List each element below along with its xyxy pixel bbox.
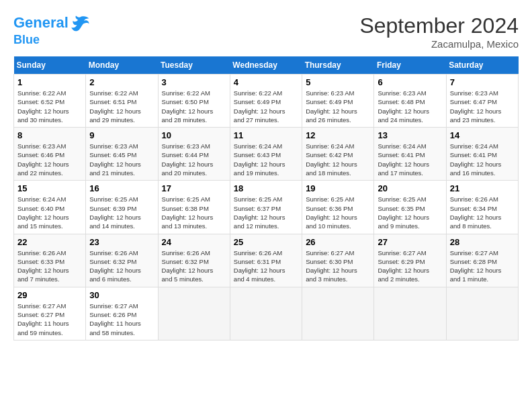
day-number: 12	[306, 130, 370, 140]
day-info: Sunrise: 6:27 AM Sunset: 6:27 PM Dayligh…	[17, 302, 82, 337]
day-cell: 18Sunrise: 6:25 AM Sunset: 6:37 PM Dayli…	[230, 181, 302, 234]
day-number: 20	[378, 183, 442, 193]
day-info: Sunrise: 6:24 AM Sunset: 6:41 PM Dayligh…	[450, 142, 515, 177]
col-header-monday: Monday	[86, 56, 158, 75]
day-info: Sunrise: 6:22 AM Sunset: 6:52 PM Dayligh…	[17, 89, 82, 124]
col-header-saturday: Saturday	[446, 56, 518, 75]
day-info: Sunrise: 6:25 AM Sunset: 6:39 PM Dayligh…	[89, 195, 154, 230]
day-info: Sunrise: 6:24 AM Sunset: 6:40 PM Dayligh…	[17, 195, 82, 230]
day-cell	[302, 287, 374, 340]
day-info: Sunrise: 6:22 AM Sunset: 6:49 PM Dayligh…	[234, 89, 298, 124]
day-number: 18	[234, 183, 298, 193]
day-cell: 21Sunrise: 6:26 AM Sunset: 6:34 PM Dayli…	[446, 181, 518, 234]
day-number: 30	[89, 290, 154, 300]
day-info: Sunrise: 6:26 AM Sunset: 6:32 PM Dayligh…	[89, 248, 154, 284]
day-info: Sunrise: 6:23 AM Sunset: 6:44 PM Dayligh…	[162, 142, 226, 177]
day-number: 9	[89, 130, 154, 140]
day-cell: 28Sunrise: 6:27 AM Sunset: 6:28 PM Dayli…	[446, 234, 518, 287]
day-number: 6	[378, 77, 442, 87]
day-number: 23	[89, 237, 154, 247]
day-info: Sunrise: 6:25 AM Sunset: 6:37 PM Dayligh…	[234, 195, 298, 230]
day-cell: 24Sunrise: 6:26 AM Sunset: 6:32 PM Dayli…	[158, 234, 230, 287]
day-cell: 27Sunrise: 6:27 AM Sunset: 6:29 PM Dayli…	[374, 234, 446, 287]
day-info: Sunrise: 6:25 AM Sunset: 6:35 PM Dayligh…	[378, 195, 442, 230]
day-info: Sunrise: 6:22 AM Sunset: 6:51 PM Dayligh…	[89, 89, 154, 124]
day-info: Sunrise: 6:23 AM Sunset: 6:46 PM Dayligh…	[17, 142, 82, 177]
day-cell: 11Sunrise: 6:24 AM Sunset: 6:43 PM Dayli…	[230, 128, 302, 181]
day-info: Sunrise: 6:27 AM Sunset: 6:29 PM Dayligh…	[378, 248, 442, 284]
day-number: 24	[162, 237, 226, 247]
day-info: Sunrise: 6:22 AM Sunset: 6:50 PM Dayligh…	[162, 89, 226, 124]
col-header-wednesday: Wednesday	[230, 56, 302, 75]
day-info: Sunrise: 6:24 AM Sunset: 6:41 PM Dayligh…	[378, 142, 442, 177]
day-info: Sunrise: 6:25 AM Sunset: 6:38 PM Dayligh…	[162, 195, 226, 230]
day-cell: 12Sunrise: 6:24 AM Sunset: 6:42 PM Dayli…	[302, 128, 374, 181]
col-header-sunday: Sunday	[14, 56, 86, 75]
day-info: Sunrise: 6:26 AM Sunset: 6:32 PM Dayligh…	[162, 248, 226, 284]
day-number: 19	[306, 183, 370, 193]
day-number: 11	[234, 130, 298, 140]
day-number: 28	[450, 237, 515, 247]
day-info: Sunrise: 6:27 AM Sunset: 6:30 PM Dayligh…	[306, 248, 370, 284]
day-info: Sunrise: 6:23 AM Sunset: 6:45 PM Dayligh…	[89, 142, 154, 177]
day-cell: 10Sunrise: 6:23 AM Sunset: 6:44 PM Dayli…	[158, 128, 230, 181]
day-number: 29	[17, 290, 82, 300]
day-cell	[374, 287, 446, 340]
calendar-table: SundayMondayTuesdayWednesdayThursdayFrid…	[13, 56, 519, 340]
day-cell: 9Sunrise: 6:23 AM Sunset: 6:45 PM Daylig…	[86, 128, 158, 181]
day-cell: 20Sunrise: 6:25 AM Sunset: 6:35 PM Dayli…	[374, 181, 446, 234]
day-cell: 14Sunrise: 6:24 AM Sunset: 6:41 PM Dayli…	[446, 128, 518, 181]
day-cell: 8Sunrise: 6:23 AM Sunset: 6:46 PM Daylig…	[14, 128, 86, 181]
location: Zacamulpa, Mexico	[359, 38, 519, 50]
day-cell: 26Sunrise: 6:27 AM Sunset: 6:30 PM Dayli…	[302, 234, 374, 287]
logo-subtext: Blue	[13, 34, 90, 47]
day-number: 17	[162, 183, 226, 193]
week-row-3: 15Sunrise: 6:24 AM Sunset: 6:40 PM Dayli…	[14, 181, 519, 234]
logo: General Blue	[13, 13, 90, 47]
col-header-thursday: Thursday	[302, 56, 374, 75]
header-row: SundayMondayTuesdayWednesdayThursdayFrid…	[14, 56, 519, 75]
day-info: Sunrise: 6:25 AM Sunset: 6:36 PM Dayligh…	[306, 195, 370, 230]
day-number: 8	[17, 130, 82, 140]
week-row-5: 29Sunrise: 6:27 AM Sunset: 6:27 PM Dayli…	[14, 287, 519, 340]
day-cell: 25Sunrise: 6:26 AM Sunset: 6:31 PM Dayli…	[230, 234, 302, 287]
day-cell: 29Sunrise: 6:27 AM Sunset: 6:27 PM Dayli…	[14, 287, 86, 340]
day-number: 15	[17, 183, 82, 193]
day-number: 7	[450, 77, 515, 87]
day-info: Sunrise: 6:26 AM Sunset: 6:34 PM Dayligh…	[450, 195, 515, 230]
day-number: 14	[450, 130, 515, 140]
day-cell	[446, 287, 518, 340]
day-info: Sunrise: 6:26 AM Sunset: 6:31 PM Dayligh…	[234, 248, 298, 284]
day-info: Sunrise: 6:24 AM Sunset: 6:42 PM Dayligh…	[306, 142, 370, 177]
day-cell: 1Sunrise: 6:22 AM Sunset: 6:52 PM Daylig…	[14, 75, 86, 128]
day-number: 1	[17, 77, 82, 87]
day-number: 13	[378, 130, 442, 140]
day-number: 2	[89, 77, 154, 87]
day-number: 4	[234, 77, 298, 87]
day-cell: 6Sunrise: 6:23 AM Sunset: 6:48 PM Daylig…	[374, 75, 446, 128]
day-number: 27	[378, 237, 442, 247]
week-row-4: 22Sunrise: 6:26 AM Sunset: 6:33 PM Dayli…	[14, 234, 519, 287]
day-cell: 2Sunrise: 6:22 AM Sunset: 6:51 PM Daylig…	[86, 75, 158, 128]
day-cell: 23Sunrise: 6:26 AM Sunset: 6:32 PM Dayli…	[86, 234, 158, 287]
col-header-tuesday: Tuesday	[158, 56, 230, 75]
day-number: 3	[162, 77, 226, 87]
day-number: 10	[162, 130, 226, 140]
day-info: Sunrise: 6:24 AM Sunset: 6:43 PM Dayligh…	[234, 142, 298, 177]
day-info: Sunrise: 6:26 AM Sunset: 6:33 PM Dayligh…	[17, 248, 82, 284]
day-info: Sunrise: 6:23 AM Sunset: 6:47 PM Dayligh…	[450, 89, 515, 124]
day-number: 5	[306, 77, 370, 87]
day-cell: 5Sunrise: 6:23 AM Sunset: 6:49 PM Daylig…	[302, 75, 374, 128]
day-cell: 30Sunrise: 6:27 AM Sunset: 6:26 PM Dayli…	[86, 287, 158, 340]
col-header-friday: Friday	[374, 56, 446, 75]
day-cell: 16Sunrise: 6:25 AM Sunset: 6:39 PM Dayli…	[86, 181, 158, 234]
day-cell: 19Sunrise: 6:25 AM Sunset: 6:36 PM Dayli…	[302, 181, 374, 234]
day-cell	[158, 287, 230, 340]
day-info: Sunrise: 6:27 AM Sunset: 6:26 PM Dayligh…	[89, 302, 154, 337]
page-header: General Blue September 2024 Zacamulpa, M…	[13, 13, 519, 50]
day-number: 22	[17, 237, 82, 247]
week-row-2: 8Sunrise: 6:23 AM Sunset: 6:46 PM Daylig…	[14, 128, 519, 181]
day-number: 21	[450, 183, 515, 193]
day-cell	[230, 287, 302, 340]
logo-text: General	[13, 13, 90, 34]
